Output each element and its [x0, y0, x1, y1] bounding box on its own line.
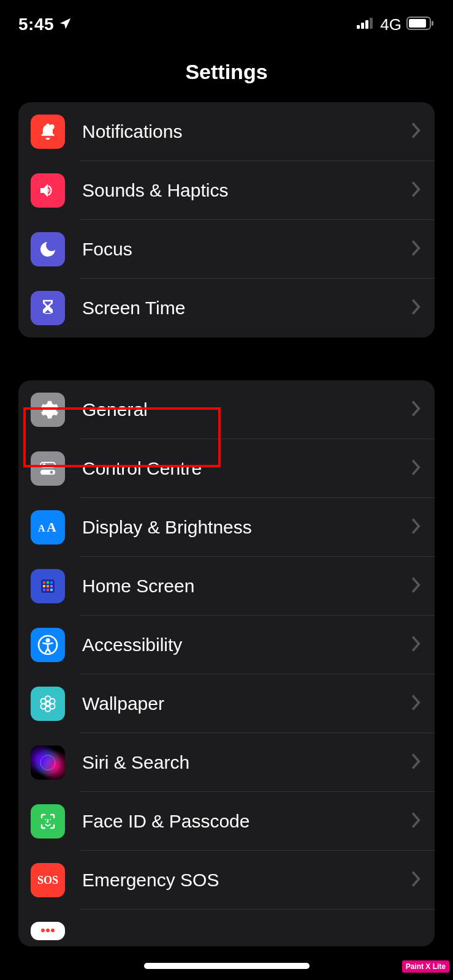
gear-icon [31, 393, 65, 427]
status-time: 5:45 [18, 15, 54, 34]
row-label: Display & Brightness [82, 517, 411, 538]
signal-icon [357, 18, 375, 31]
moon-icon [31, 232, 65, 266]
row-label: Control Centre [82, 458, 411, 479]
svg-text:A: A [38, 523, 45, 533]
svg-rect-1 [361, 23, 364, 29]
row-label: Home Screen [82, 576, 411, 597]
flower-icon [31, 687, 65, 721]
svg-rect-5 [409, 19, 426, 28]
chevron-right-icon [411, 577, 421, 595]
battery-icon [406, 17, 435, 32]
home-indicator[interactable] [144, 963, 310, 969]
settings-row-sounds[interactable]: Sounds & Haptics [18, 161, 435, 220]
svg-point-37 [41, 929, 45, 932]
settings-row-screentime[interactable]: Screen Time [18, 279, 435, 337]
settings-section-2: General Control Centre AA Display & Brig… [18, 380, 435, 946]
svg-rect-3 [370, 18, 373, 29]
settings-row-siri[interactable]: Siri & Search [18, 733, 435, 792]
settings-section-1: Notifications Sounds & Haptics Focus Scr… [18, 102, 435, 337]
row-label: Sounds & Haptics [82, 180, 411, 201]
svg-rect-20 [50, 585, 53, 587]
network-label: 4G [380, 15, 402, 34]
chevron-right-icon [411, 299, 421, 317]
chevron-right-icon [411, 459, 421, 478]
settings-row-wallpaper[interactable]: Wallpaper [18, 674, 435, 733]
svg-point-34 [45, 819, 46, 820]
row-label: Focus [82, 239, 411, 260]
svg-point-33 [40, 755, 55, 770]
chevron-right-icon [411, 812, 421, 831]
chevron-right-icon [411, 695, 421, 713]
svg-point-29 [40, 699, 46, 704]
svg-point-7 [50, 124, 55, 129]
svg-point-38 [46, 929, 50, 932]
row-label: General [82, 399, 411, 420]
svg-point-11 [50, 471, 53, 474]
status-right: 4G [357, 15, 435, 34]
settings-row-notifications[interactable]: Notifications [18, 102, 435, 161]
status-bar: 5:45 4G [0, 0, 453, 37]
settings-row-accessibility[interactable]: Accessibility [18, 616, 435, 674]
chevron-right-icon [411, 240, 421, 258]
chevron-right-icon [411, 123, 421, 141]
settings-row-general[interactable]: General [18, 380, 435, 439]
svg-point-30 [50, 699, 55, 704]
sos-icon: SOS [31, 863, 65, 897]
accessibility-icon [31, 628, 65, 662]
row-label: Emergency SOS [82, 870, 411, 891]
svg-rect-23 [50, 589, 53, 591]
svg-point-39 [51, 929, 55, 932]
settings-row-display[interactable]: AA Display & Brightness [18, 498, 435, 557]
bell-icon [31, 115, 65, 149]
aa-icon: AA [31, 510, 65, 545]
svg-point-26 [46, 702, 50, 706]
grid-icon [31, 569, 65, 603]
settings-row-focus[interactable]: Focus [18, 220, 435, 279]
chevron-right-icon [411, 636, 421, 654]
svg-rect-22 [47, 589, 49, 591]
settings-row-homescreen[interactable]: Home Screen [18, 557, 435, 616]
svg-text:SOS: SOS [37, 874, 58, 886]
row-label: Notifications [82, 121, 411, 142]
row-label: Wallpaper [82, 693, 411, 714]
svg-point-35 [50, 819, 51, 820]
svg-rect-15 [43, 581, 45, 584]
chevron-right-icon [411, 401, 421, 419]
partial-icon [31, 922, 65, 940]
face-icon [31, 804, 65, 839]
chevron-right-icon [411, 518, 421, 537]
location-icon [59, 17, 72, 32]
svg-rect-16 [47, 581, 49, 584]
svg-rect-19 [47, 585, 49, 587]
status-left: 5:45 [18, 15, 72, 34]
page-title: Settings [0, 60, 453, 84]
svg-rect-21 [43, 589, 45, 591]
chevron-right-icon [411, 753, 421, 772]
svg-rect-6 [432, 21, 433, 26]
svg-rect-18 [43, 585, 45, 587]
svg-rect-17 [50, 581, 53, 584]
svg-point-9 [43, 464, 46, 467]
svg-rect-2 [365, 20, 368, 29]
watermark: Paint X Lite [402, 960, 449, 973]
row-label: Accessibility [82, 635, 411, 655]
chevron-right-icon [411, 871, 421, 889]
toggle-icon [31, 451, 65, 486]
svg-point-31 [40, 704, 46, 709]
settings-row-control-centre[interactable]: Control Centre [18, 439, 435, 498]
header: Settings [0, 37, 453, 102]
settings-row-faceid[interactable]: Face ID & Passcode [18, 792, 435, 851]
row-label: Siri & Search [82, 752, 411, 773]
settings-row-partial[interactable]: . [18, 910, 435, 946]
svg-text:A: A [47, 519, 56, 535]
row-label: Screen Time [82, 298, 411, 318]
chevron-right-icon [411, 181, 421, 200]
svg-point-32 [50, 704, 55, 709]
row-label: Face ID & Passcode [82, 811, 411, 832]
settings-row-sos[interactable]: SOS Emergency SOS [18, 851, 435, 910]
siri-icon [31, 745, 65, 780]
svg-rect-0 [357, 25, 360, 29]
svg-point-25 [47, 639, 50, 642]
hourglass-icon [31, 291, 65, 325]
